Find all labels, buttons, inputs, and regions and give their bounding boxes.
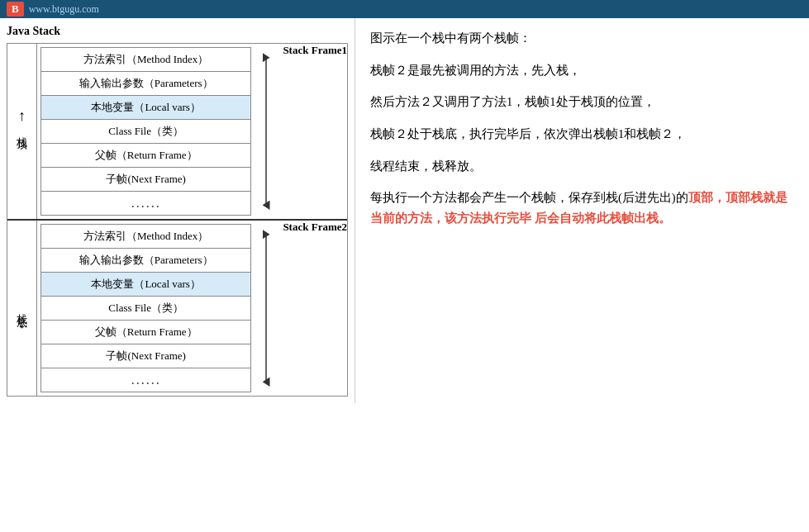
arrow-down2: ↓ bbox=[18, 315, 26, 332]
intro-text: 图示在一个栈中有两个栈帧： bbox=[370, 28, 794, 49]
logo: B bbox=[7, 2, 24, 17]
frame1-v-arrow bbox=[255, 44, 278, 219]
stack-top-text: 栈顶 bbox=[15, 128, 30, 135]
frame1-row-1: 输入输出参数（Parameters） bbox=[41, 72, 250, 96]
frame2-row-0: 方法索引（Method Index） bbox=[41, 225, 250, 249]
java-stack-title: Java Stack bbox=[7, 25, 348, 38]
frame2-row-1: 输入输出参数（Parameters） bbox=[41, 249, 250, 273]
stack-bottom-label: ↑ 栈底 ↓ bbox=[7, 221, 37, 396]
frame1-row-0: 方法索引（Method Index） bbox=[41, 48, 250, 72]
p5-text: 每执行一个方法都会产生一个栈帧，保存到栈(后进先出)的顶部，顶部栈就是当前的方法… bbox=[370, 188, 794, 228]
frame2-row-2: 本地变量（Local vars） bbox=[41, 273, 250, 297]
frame2-row-3: Class File（类） bbox=[41, 297, 250, 321]
frame2-arrow-svg bbox=[259, 224, 274, 392]
frame1-row-3: Class File（类） bbox=[41, 120, 250, 144]
frame2-row-4: 父帧（Return Frame） bbox=[41, 321, 250, 344]
stack-bottom-text: 栈底 bbox=[15, 305, 30, 311]
frame2-v-arrow bbox=[255, 221, 278, 396]
frame1-rows: 方法索引（Method Index） 输入输出参数（Parameters） 本地… bbox=[40, 47, 251, 216]
p1-text: 栈帧２是最先被调用的方法，先入栈， bbox=[370, 60, 794, 81]
url-text: www.btgugu.com bbox=[29, 3, 99, 16]
left-panel: Java Stack ↑ 栈顶 ↓ 方法索引（Method Index） 输入输… bbox=[0, 18, 355, 403]
frame1-row-6: ...... bbox=[41, 192, 250, 215]
frame1-row-5: 子帧(Next Frame) bbox=[41, 168, 250, 192]
frame2-row-5: 子帧(Next Frame) bbox=[41, 344, 250, 368]
frame2-row-6: ...... bbox=[41, 368, 250, 392]
p2-text: 然后方法２又调用了方法1，栈帧1处于栈顶的位置， bbox=[370, 92, 794, 112]
frame2-rows: 方法索引（Method Index） 输入输出参数（Parameters） 本地… bbox=[40, 224, 251, 392]
arrow-up: ↑ bbox=[18, 107, 26, 125]
p4-text: 线程结束，栈释放。 bbox=[370, 156, 794, 177]
stack-frame1-section: ↑ 栈顶 ↓ 方法索引（Method Index） 输入输出参数（Paramet… bbox=[7, 44, 347, 219]
frame2-badge: Stack Frame2 bbox=[283, 221, 347, 396]
stack-frame1-content: ↑ 栈顶 ↓ 方法索引（Method Index） 输入输出参数（Paramet… bbox=[7, 44, 278, 219]
stack-frame2-section: ↑ 栈底 ↓ 方法索引（Method Index） 输入输出参数（Paramet… bbox=[7, 221, 347, 396]
top-bar: B www.btgugu.com bbox=[0, 0, 809, 18]
stack-wrapper: ↑ 栈顶 ↓ 方法索引（Method Index） 输入输出参数（Paramet… bbox=[7, 43, 348, 397]
p5-normal: 每执行一个方法都会产生一个栈帧，保存到栈(后进先出)的 bbox=[370, 191, 688, 204]
frame1-badge: Stack Frame1 bbox=[283, 44, 347, 219]
stack-frame2-content: ↑ 栈底 ↓ 方法索引（Method Index） 输入输出参数（Paramet… bbox=[7, 221, 278, 396]
frame1-row-2: 本地变量（Local vars） bbox=[41, 96, 250, 120]
main-container: Java Stack ↑ 栈顶 ↓ 方法索引（Method Index） 输入输… bbox=[0, 18, 809, 403]
stack-top-label: ↑ 栈顶 ↓ bbox=[7, 44, 37, 219]
right-panel: 图示在一个栈中有两个栈帧： 栈帧２是最先被调用的方法，先入栈， 然后方法２又调用… bbox=[355, 18, 809, 403]
p3-text: 栈帧２处于栈底，执行完毕后，依次弹出栈帧1和栈帧２， bbox=[370, 124, 794, 145]
frame1-row-4: 父帧（Return Frame） bbox=[41, 144, 250, 168]
frame1-arrow-svg bbox=[259, 47, 274, 216]
